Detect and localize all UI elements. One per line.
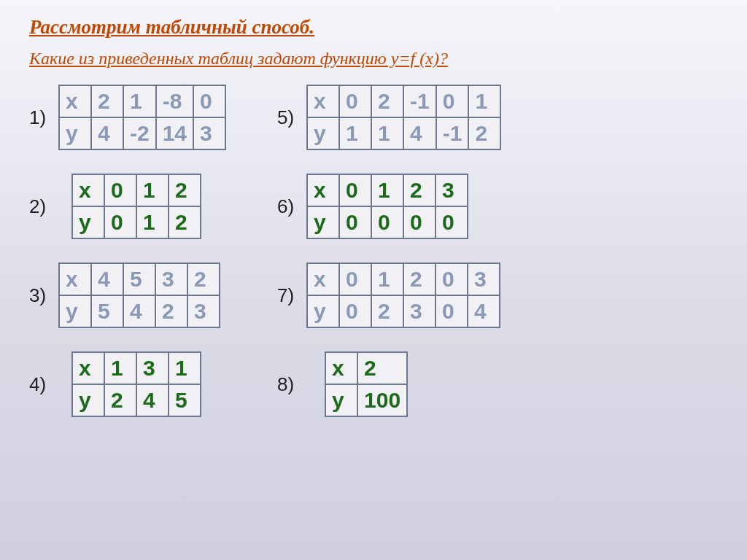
cell: 0 <box>193 85 225 117</box>
row-label: x <box>59 263 91 295</box>
cell: 0 <box>436 206 468 238</box>
cell: 4 <box>136 384 169 416</box>
x-row: x 1 3 1 <box>72 352 201 384</box>
table-item-7: 7) x 0 1 2 0 3 y 0 2 3 0 4 <box>277 262 501 328</box>
cell: 5 <box>123 263 155 295</box>
cell: 5 <box>91 295 123 327</box>
cell: 2 <box>187 263 220 295</box>
y-row: y 0 2 3 0 4 <box>307 295 500 327</box>
row-label: y <box>307 206 339 238</box>
table-item-1: 1) x 2 1 -8 0 y 4 -2 14 3 <box>29 85 226 150</box>
x-row: x 0 1 2 0 3 <box>307 263 500 295</box>
function-table: x 1 3 1 y 2 4 5 <box>71 351 201 417</box>
table-item-5: 5) x 0 2 -1 0 1 y 1 1 4 -1 2 <box>277 85 501 150</box>
row-label: y <box>72 384 104 416</box>
cell: 0 <box>403 206 436 238</box>
item-number: 2) <box>29 195 58 218</box>
cell: 2 <box>468 117 500 149</box>
slide-title: Рассмотрим табличный способ. <box>29 16 718 39</box>
x-row: x 0 2 -1 0 1 <box>307 85 500 117</box>
y-row: y 0 0 0 0 <box>307 206 468 238</box>
cell: 4 <box>91 117 123 149</box>
cell: 2 <box>91 85 123 117</box>
cell: 0 <box>339 295 371 327</box>
slide-subtitle: Какие из приведенных таблиц задают функц… <box>29 49 718 69</box>
function-table: x 2 y 100 <box>325 351 408 417</box>
cell: -1 <box>436 117 469 149</box>
cell: 2 <box>155 295 187 327</box>
x-row: x 2 1 -8 0 <box>59 85 225 117</box>
cell: 1 <box>339 117 371 149</box>
x-row: x 4 5 3 2 <box>59 263 220 295</box>
table-item-4: 4) x 1 3 1 y 2 4 5 <box>29 351 226 417</box>
function-table: x 4 5 3 2 y 5 4 2 3 <box>58 262 220 328</box>
cell: 3 <box>436 174 468 206</box>
y-row: y 4 -2 14 3 <box>59 117 225 149</box>
row-label: y <box>325 384 357 416</box>
cell: 0 <box>104 206 136 238</box>
cell: 4 <box>91 263 123 295</box>
table-item-3: 3) x 4 5 3 2 y 5 4 2 3 <box>29 262 226 328</box>
cell: 0 <box>339 174 371 206</box>
function-table: x 0 1 2 y 0 1 2 <box>71 174 201 239</box>
cell: 2 <box>371 295 403 327</box>
cell: 2 <box>104 384 136 416</box>
cell: 3 <box>155 263 187 295</box>
row-label: y <box>59 295 91 327</box>
y-row: y 2 4 5 <box>72 384 201 416</box>
cell: 1 <box>123 85 156 117</box>
row-label: y <box>72 206 104 238</box>
left-column: 1) x 2 1 -8 0 y 4 -2 14 3 2) <box>29 85 226 417</box>
cell: 0 <box>339 263 371 295</box>
y-row: y 5 4 2 3 <box>59 295 220 327</box>
y-row: y 1 1 4 -1 2 <box>307 117 500 149</box>
x-row: x 0 1 2 <box>72 174 201 206</box>
x-row: x 2 <box>325 352 407 384</box>
cell: 0 <box>339 85 371 117</box>
cell: 0 <box>436 85 469 117</box>
cell: 1 <box>136 174 169 206</box>
cell: 2 <box>403 263 436 295</box>
cell: 0 <box>436 295 468 327</box>
row-label: x <box>307 263 339 295</box>
cell: 1 <box>371 117 403 149</box>
item-number: 3) <box>29 284 58 307</box>
item-number: 4) <box>29 373 58 396</box>
cell: 2 <box>371 85 403 117</box>
row-label: x <box>325 352 357 384</box>
row-label: y <box>307 295 339 327</box>
cell: 3 <box>403 295 436 327</box>
cell: 3 <box>193 117 225 149</box>
cell: 4 <box>123 295 155 327</box>
cell: 0 <box>339 206 371 238</box>
cell: 3 <box>468 263 500 295</box>
function-table: x 0 2 -1 0 1 y 1 1 4 -1 2 <box>306 85 501 150</box>
cell: 2 <box>357 352 407 384</box>
function-table: x 2 1 -8 0 y 4 -2 14 3 <box>58 85 226 150</box>
cell: 1 <box>136 206 169 238</box>
cell: -2 <box>123 117 156 149</box>
item-number: 7) <box>277 284 306 307</box>
item-number: 5) <box>277 106 306 129</box>
item-number: 6) <box>277 195 306 218</box>
cell: 2 <box>169 174 201 206</box>
cell: 1 <box>371 174 403 206</box>
row-label: x <box>59 85 91 117</box>
cell: 1 <box>468 85 500 117</box>
x-row: x 0 1 2 3 <box>307 174 468 206</box>
row-label: y <box>59 117 91 149</box>
cell: 100 <box>357 384 407 416</box>
cell: 4 <box>468 295 500 327</box>
tables-container: 1) x 2 1 -8 0 y 4 -2 14 3 2) <box>29 85 718 417</box>
row-label: x <box>72 174 104 206</box>
cell: 2 <box>169 206 201 238</box>
row-label: x <box>72 352 104 384</box>
cell: 4 <box>403 117 436 149</box>
y-row: y 0 1 2 <box>72 206 201 238</box>
row-label: y <box>307 117 339 149</box>
cell: -1 <box>403 85 436 117</box>
table-item-2: 2) x 0 1 2 y 0 1 2 <box>29 174 226 239</box>
cell: 0 <box>371 206 403 238</box>
y-row: y 100 <box>325 384 407 416</box>
function-table: x 0 1 2 0 3 y 0 2 3 0 4 <box>306 262 500 328</box>
